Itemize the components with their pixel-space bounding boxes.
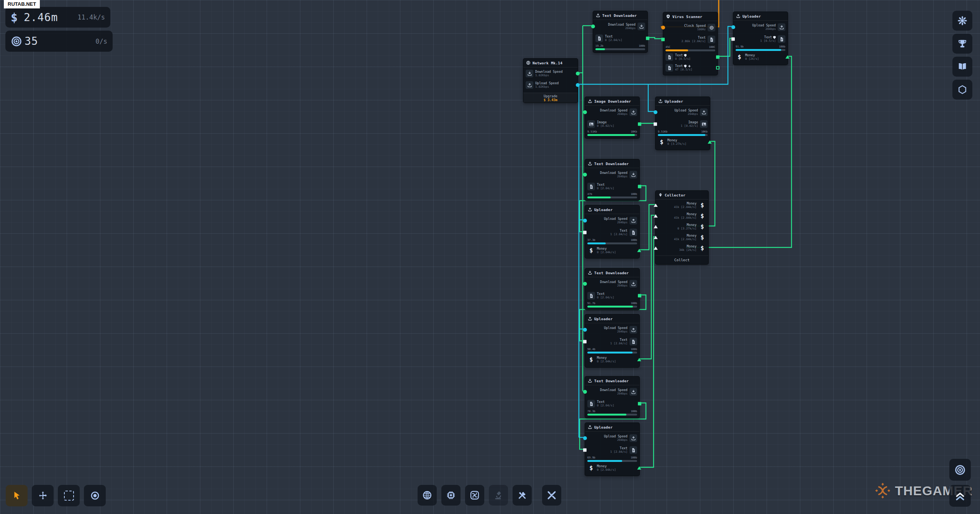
green-square-port[interactable] <box>646 37 649 40</box>
marquee-select-tool-button[interactable] <box>58 485 80 506</box>
progress-current: 37.3b <box>587 239 595 242</box>
research-button[interactable] <box>489 485 508 506</box>
collect-button[interactable]: Collect <box>656 255 708 264</box>
node-header[interactable]: Text Downloader <box>585 376 639 385</box>
cyan-circle-port[interactable] <box>583 219 587 223</box>
pan-tool-button[interactable] <box>84 485 106 506</box>
node-text-downloader-4[interactable]: Text DownloaderDownload Speed204bpsText0… <box>585 376 640 418</box>
node-title: Image Downloader <box>594 99 631 103</box>
marquee-icon <box>64 491 74 501</box>
upgrade-button[interactable]: Upgrade$ 3.43m <box>523 93 578 103</box>
node-row: $Money0 [2k/s] <box>736 52 785 62</box>
dollar-icon: $ <box>736 53 743 61</box>
bottom-left-toolbar <box>6 485 106 506</box>
node-header[interactable]: Image Downloader <box>585 97 639 106</box>
green-circle-port[interactable] <box>583 390 587 394</box>
move-tool-button[interactable] <box>32 485 54 506</box>
node-row: Text2.86k [2.04/s] <box>665 34 715 45</box>
achievements-button[interactable] <box>952 34 972 54</box>
node-text-downloader-2[interactable]: Text DownloaderDownload Speed204bpsText0… <box>585 159 640 201</box>
node-text-downloader-3[interactable]: Text DownloaderDownload Speed204bpsText0… <box>585 268 640 310</box>
game-canvas[interactable]: RUTAB.NET $ 2.46m 11.4k/s 35 0/s THEGAME… <box>0 0 980 514</box>
progress-max: 100b <box>631 410 637 413</box>
node-header[interactable]: Text Downloader <box>585 159 639 168</box>
node-header[interactable]: Uploader <box>733 12 788 21</box>
white-square-port[interactable] <box>583 340 587 344</box>
bottom-center-toolbar <box>418 485 561 506</box>
cooling-shop-button[interactable] <box>465 485 484 506</box>
row-value: 0 [2.04/s] <box>605 39 645 42</box>
green-square-port[interactable] <box>638 294 641 298</box>
green-square-port[interactable] <box>661 38 665 41</box>
node-uploader-text-3[interactable]: UploaderUpload Speed204bpsText1 [2.04/s]… <box>585 422 640 476</box>
file-icon <box>709 37 714 42</box>
node-header[interactable]: Uploader <box>656 97 710 106</box>
cyan-circle-port[interactable] <box>731 25 735 29</box>
cyan-circle-port[interactable] <box>576 83 580 87</box>
white-square-port[interactable] <box>731 38 735 41</box>
node-header[interactable]: Text Downloader <box>585 268 639 277</box>
row-value: 0 [2k/s] <box>745 57 785 61</box>
node-uploader-text-1[interactable]: UploaderUpload Speed204bpsText1 [2.04/s]… <box>585 205 640 259</box>
pointer-tool-button[interactable] <box>6 485 28 506</box>
icon-tile <box>587 120 595 128</box>
row-value: 204bps <box>587 439 628 442</box>
prestige-button[interactable] <box>949 485 971 507</box>
node-header[interactable]: Uploader <box>585 205 639 214</box>
row-value: 0 [3.27k/s] <box>667 142 708 146</box>
node-header[interactable]: Network Mk.14 <box>523 59 578 67</box>
white-square-port[interactable] <box>583 231 587 234</box>
green-square-port[interactable] <box>638 402 641 406</box>
node-header[interactable]: Text Downloader <box>593 11 647 20</box>
icon-tile <box>778 35 785 43</box>
orange-circle-port[interactable] <box>661 26 665 29</box>
node-text-downloader-1[interactable]: Text DownloaderDownload Speed204bpsText0… <box>593 11 648 53</box>
node-header[interactable]: Uploader <box>585 314 639 323</box>
hardware-shop-button[interactable] <box>441 485 461 506</box>
tools-shop-button[interactable] <box>513 485 532 506</box>
trophy-icon <box>957 39 967 49</box>
cyan-circle-port[interactable] <box>583 436 587 440</box>
download-icon <box>639 24 644 29</box>
node-header[interactable]: Virus Scanner <box>663 12 718 21</box>
node-uploader-1[interactable]: UploaderUpload Speed204bpsText1 [0.5/s]9… <box>733 11 788 65</box>
download-icon <box>588 99 592 103</box>
row-value: 1.02Kbps <box>535 85 575 89</box>
node-network[interactable]: Network Mk.14Download Speed1.02KbpsUploa… <box>523 58 578 103</box>
green-circle-port[interactable] <box>583 282 587 286</box>
settings-button[interactable] <box>952 11 972 31</box>
dollar-icon: $ <box>587 247 595 254</box>
wire-green <box>639 237 655 467</box>
upload-icon <box>588 207 592 212</box>
node-uploader-image[interactable]: UploaderUpload Speed204bpsImage1 [0.02/s… <box>655 97 710 150</box>
node-uploader-text-2[interactable]: UploaderUpload Speed204bpsText1 [2.04/s]… <box>585 314 640 368</box>
icon-tile <box>629 229 637 236</box>
green-square-port[interactable] <box>638 185 641 188</box>
progress-max: 100b <box>631 239 637 242</box>
green-squareo-port[interactable] <box>716 66 719 70</box>
row-value: 204bps <box>587 113 628 116</box>
green-circle-port[interactable] <box>591 25 595 28</box>
editor-button[interactable] <box>542 485 561 506</box>
node-row: Download Speed204bps <box>595 21 645 32</box>
row-value: 0 [0.5/s] <box>675 57 715 61</box>
node-collector[interactable]: CollectorMoney41k [2.04k/s]$Money41k [2.… <box>655 190 709 265</box>
green-circle-port[interactable] <box>583 173 587 177</box>
cyan-circle-port[interactable] <box>654 110 657 114</box>
node-image-downloader[interactable]: Image DownloaderDownload Speed204bpsImag… <box>585 97 640 139</box>
focus-target-button[interactable] <box>949 459 971 481</box>
white-square-port[interactable] <box>654 123 657 126</box>
inventory-button[interactable] <box>952 80 972 100</box>
network-shop-button[interactable] <box>418 485 437 506</box>
green-circle-port[interactable] <box>576 72 580 75</box>
node-header[interactable]: Collector <box>656 191 708 200</box>
white-square-port[interactable] <box>583 449 587 452</box>
green-square-port[interactable] <box>716 56 719 59</box>
node-header[interactable]: Uploader <box>585 423 639 432</box>
green-square-port[interactable] <box>638 123 641 126</box>
node-title: Text Downloader <box>594 379 629 383</box>
node-virus-scanner[interactable]: Virus ScannerClock Speed100HzText2.86k [… <box>663 12 718 75</box>
green-circle-port[interactable] <box>583 110 587 114</box>
cyan-circle-port[interactable] <box>583 328 587 332</box>
encyclopedia-button[interactable] <box>952 57 972 77</box>
